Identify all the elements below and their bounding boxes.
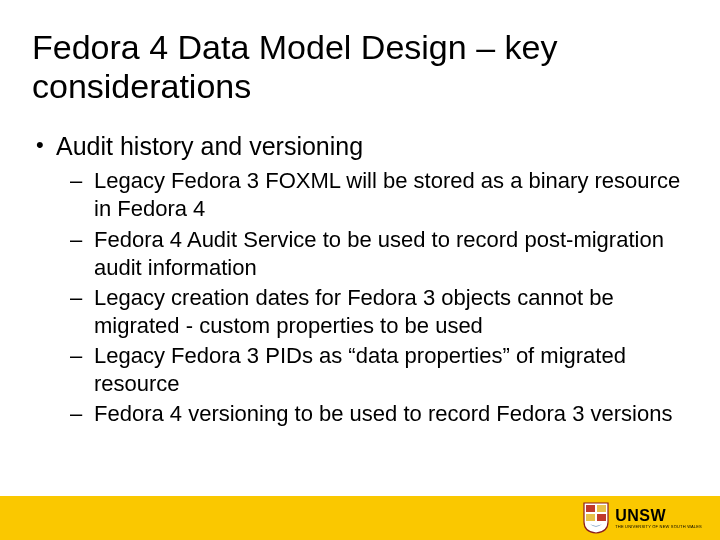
sub-bullet: Legacy creation dates for Fedora 3 objec…	[94, 284, 688, 340]
svg-rect-0	[586, 505, 595, 512]
sub-bullet: Legacy Fedora 3 PIDs as “data properties…	[94, 342, 688, 398]
slide: Fedora 4 Data Model Design – key conside…	[0, 0, 720, 540]
svg-rect-2	[586, 514, 595, 521]
svg-rect-3	[597, 514, 606, 521]
logo-text-block: UNSW THE UNIVERSITY OF NEW SOUTH WALES	[615, 508, 702, 529]
unsw-logo: UNSW THE UNIVERSITY OF NEW SOUTH WALES	[583, 502, 702, 534]
logo-text: UNSW	[615, 508, 702, 524]
sub-bullet: Fedora 4 versioning to be used to record…	[94, 400, 688, 428]
bullet-lvl1-text: Audit history and versioning	[56, 132, 363, 160]
crest-icon	[583, 502, 609, 534]
bullet-list: Audit history and versioning Legacy Fedo…	[32, 132, 688, 428]
sub-bullet: Fedora 4 Audit Service to be used to rec…	[94, 226, 688, 282]
logo-subtext: THE UNIVERSITY OF NEW SOUTH WALES	[615, 524, 702, 529]
bullet-lvl1: Audit history and versioning Legacy Fedo…	[56, 132, 688, 428]
sub-bullet-list: Legacy Fedora 3 FOXML will be stored as …	[56, 167, 688, 428]
svg-rect-1	[597, 505, 606, 512]
sub-bullet: Legacy Fedora 3 FOXML will be stored as …	[94, 167, 688, 223]
slide-title: Fedora 4 Data Model Design – key conside…	[32, 28, 688, 106]
